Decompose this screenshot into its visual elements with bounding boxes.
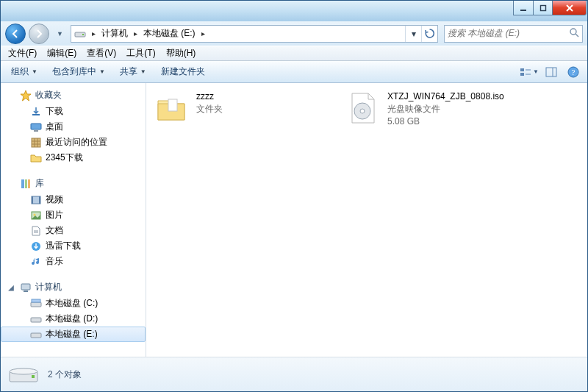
svg-point-6 bbox=[570, 29, 576, 35]
nav-group-favorites: 收藏夹 下载 桌面 最近访问的位置 2345下载 bbox=[1, 88, 146, 165]
sidebar-item-pictures[interactable]: 图片 bbox=[1, 207, 146, 223]
svg-text:?: ? bbox=[572, 68, 576, 76]
share-button[interactable]: 共享▼ bbox=[114, 63, 152, 80]
folder-icon bbox=[154, 90, 189, 126]
sidebar-item-drive-e[interactable]: 本地磁盘 (E:) bbox=[1, 327, 146, 342]
help-button[interactable]: ? bbox=[564, 64, 583, 80]
svg-rect-36 bbox=[21, 284, 30, 290]
nav-head-computer[interactable]: ◢ 计算机 bbox=[1, 279, 146, 296]
drive-icon bbox=[8, 363, 39, 386]
svg-rect-30 bbox=[39, 196, 40, 204]
address-dropdown-button[interactable]: ▾ bbox=[405, 26, 421, 42]
nav-head-libraries[interactable]: 库 bbox=[1, 176, 146, 192]
nav-label: 本地磁盘 (C:) bbox=[46, 297, 98, 310]
libraries-icon bbox=[20, 178, 32, 190]
iso-icon bbox=[345, 90, 380, 126]
folder-icon bbox=[30, 152, 42, 164]
chevron-down-icon: ▼ bbox=[32, 68, 37, 75]
recent-icon bbox=[30, 137, 42, 149]
address-buttons: ▾ bbox=[405, 26, 437, 42]
sidebar-item-documents[interactable]: 文档 bbox=[1, 223, 146, 238]
view-options-button[interactable]: ▼ bbox=[520, 64, 539, 80]
svg-rect-37 bbox=[24, 291, 28, 292]
address-bar[interactable]: ▸ 计算机 ▸ 本地磁盘 (E:) ▸ ▾ bbox=[71, 25, 438, 43]
svg-rect-25 bbox=[21, 179, 24, 188]
nav-bar: ▼ ▸ 计算机 ▸ 本地磁盘 (E:) ▸ ▾ 搜索 本地磁盘 (E:) bbox=[1, 21, 587, 46]
music-icon bbox=[30, 256, 42, 268]
menu-tools[interactable]: 工具(T) bbox=[122, 46, 159, 61]
svg-rect-1 bbox=[540, 5, 545, 10]
svg-rect-29 bbox=[32, 196, 33, 204]
svg-line-3 bbox=[567, 5, 573, 11]
nav-label: 本地磁盘 (E:) bbox=[46, 328, 98, 341]
sidebar-item-music[interactable]: 音乐 bbox=[1, 254, 146, 269]
svg-rect-18 bbox=[31, 124, 41, 129]
chevron-down-icon: ▼ bbox=[533, 68, 539, 75]
nav-label: 桌面 bbox=[46, 121, 63, 133]
include-button[interactable]: 包含到库中▼ bbox=[46, 63, 111, 80]
svg-line-2 bbox=[567, 5, 573, 11]
svg-rect-26 bbox=[25, 179, 27, 188]
nav-label: 本地磁盘 (D:) bbox=[46, 313, 98, 325]
document-icon bbox=[30, 225, 42, 237]
organize-button[interactable]: 组织▼ bbox=[5, 63, 43, 80]
sidebar-item-recent[interactable]: 最近访问的位置 bbox=[1, 135, 146, 150]
back-button[interactable] bbox=[5, 24, 26, 44]
nav-label: 2345下载 bbox=[46, 152, 83, 164]
sidebar-item-xunlei[interactable]: 迅雷下载 bbox=[1, 238, 146, 254]
svg-point-44 bbox=[360, 109, 365, 113]
item-name: XTZJ_WIN764_ZJB_0808.iso bbox=[387, 90, 504, 103]
list-item[interactable]: zzzz 文件夹 bbox=[154, 90, 330, 126]
svg-rect-39 bbox=[32, 299, 40, 302]
minimize-button[interactable] bbox=[513, 1, 534, 15]
nav-label: 库 bbox=[35, 177, 44, 190]
search-input[interactable]: 搜索 本地磁盘 (E:) bbox=[444, 25, 583, 43]
menu-view[interactable]: 查看(V) bbox=[82, 46, 121, 61]
item-view[interactable]: zzzz 文件夹 XTZJ_WIN764_ZJB_0808.iso 光盘映像文件 bbox=[146, 83, 587, 357]
drive-icon bbox=[73, 26, 87, 41]
refresh-button[interactable] bbox=[421, 26, 437, 42]
sidebar-item-drive-d[interactable]: 本地磁盘 (D:) bbox=[1, 311, 146, 327]
item-size: 5.08 GB bbox=[387, 115, 504, 128]
chevron-right-icon[interactable]: ▸ bbox=[89, 29, 98, 38]
menu-bar: 文件(F) 编辑(E) 查看(V) 工具(T) 帮助(H) bbox=[1, 46, 587, 61]
svg-line-7 bbox=[576, 34, 578, 37]
sidebar-item-video[interactable]: 视频 bbox=[1, 192, 146, 207]
history-dropdown[interactable]: ▼ bbox=[52, 30, 68, 38]
sidebar-item-downloads[interactable]: 下载 bbox=[1, 104, 146, 119]
title-bar bbox=[1, 1, 587, 21]
sidebar-item-2345dl[interactable]: 2345下载 bbox=[1, 150, 146, 165]
sidebar-item-desktop[interactable]: 桌面 bbox=[1, 119, 146, 135]
nav-label: 下载 bbox=[46, 105, 63, 118]
svg-rect-27 bbox=[28, 179, 30, 188]
menu-edit[interactable]: 编辑(E) bbox=[43, 46, 81, 61]
drive-icon bbox=[30, 298, 42, 310]
newfolder-button[interactable]: 新建文件夹 bbox=[155, 63, 211, 80]
close-button[interactable] bbox=[553, 1, 587, 15]
chevron-right-icon[interactable]: ▸ bbox=[198, 29, 208, 38]
svg-point-32 bbox=[34, 213, 36, 215]
breadcrumb-drive-e[interactable]: 本地磁盘 (E:) bbox=[140, 26, 198, 42]
menu-help[interactable]: 帮助(H) bbox=[162, 46, 201, 61]
breadcrumb-computer[interactable]: 计算机 bbox=[98, 26, 131, 42]
forward-button[interactable] bbox=[29, 24, 49, 44]
preview-pane-button[interactable] bbox=[542, 64, 561, 80]
collapse-icon[interactable]: ◢ bbox=[8, 282, 16, 292]
video-icon bbox=[30, 194, 42, 206]
chevron-down-icon: ▼ bbox=[99, 68, 105, 75]
svg-rect-19 bbox=[34, 130, 38, 132]
item-type: 文件夹 bbox=[196, 103, 223, 115]
menu-file[interactable]: 文件(F) bbox=[4, 46, 41, 61]
chevron-right-icon[interactable]: ▸ bbox=[131, 29, 140, 38]
nav-head-favorites[interactable]: 收藏夹 bbox=[1, 88, 146, 104]
explorer-window: ▼ ▸ 计算机 ▸ 本地磁盘 (E:) ▸ ▾ 搜索 本地磁盘 (E:) bbox=[0, 0, 588, 392]
list-item[interactable]: XTZJ_WIN764_ZJB_0808.iso 光盘映像文件 5.08 GB bbox=[345, 90, 521, 127]
sidebar-item-drive-c[interactable]: 本地磁盘 (C:) bbox=[1, 296, 146, 311]
status-text: 2 个对象 bbox=[48, 368, 82, 381]
star-icon bbox=[20, 90, 32, 101]
search-icon bbox=[569, 27, 579, 40]
item-name: zzzz bbox=[196, 90, 223, 103]
maximize-button[interactable] bbox=[534, 1, 553, 15]
nav-pane[interactable]: 收藏夹 下载 桌面 最近访问的位置 2345下载 bbox=[1, 83, 146, 357]
nav-label: 音乐 bbox=[46, 255, 63, 268]
